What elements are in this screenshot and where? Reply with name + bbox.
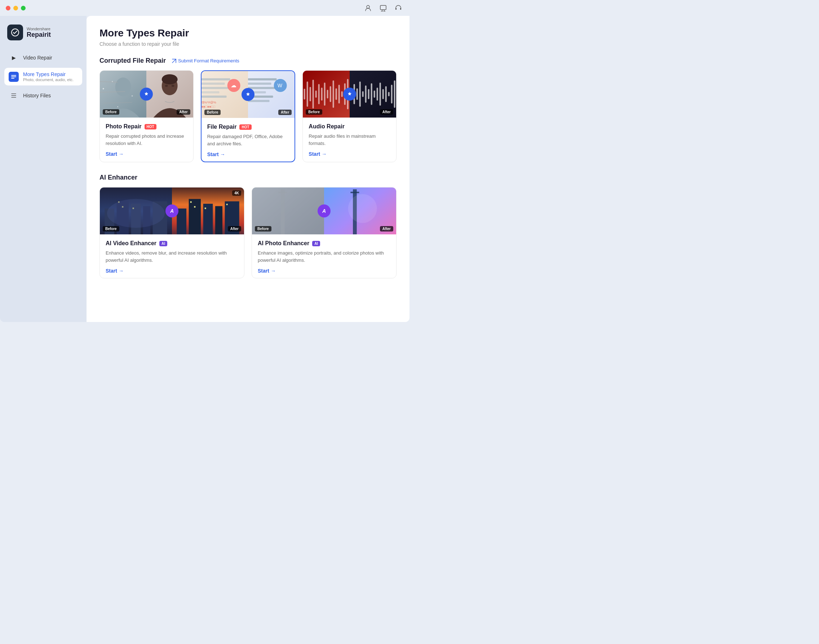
ai-photo-badge-label: AI xyxy=(312,241,320,246)
ai-cards-row: Before xyxy=(100,187,396,278)
audio-repair-title-row: Audio Repair xyxy=(309,123,390,130)
history-icon xyxy=(9,90,19,101)
svg-point-13 xyxy=(117,106,118,107)
file-repair-card[interactable]: !$%*#@% ■■□■■□□ ☁ Before xyxy=(201,70,295,162)
sidebar-item-more-types[interactable]: More Types Repair Photo, document, audio… xyxy=(4,68,82,86)
svg-point-6 xyxy=(115,78,131,96)
file-repair-start[interactable]: Start → xyxy=(207,152,289,157)
ai-photo-title-row: AI Photo Enhancer AI xyxy=(258,240,390,247)
svg-rect-92 xyxy=(190,201,192,202)
audio-repair-card[interactable]: Before xyxy=(302,70,396,162)
svg-rect-102 xyxy=(351,192,359,193)
svg-point-11 xyxy=(112,81,113,82)
audio-before: Before xyxy=(303,71,349,118)
svg-rect-69 xyxy=(379,83,381,106)
svg-rect-53 xyxy=(341,91,343,97)
svg-rect-84 xyxy=(122,206,123,208)
photo-repair-desc: Repair corrupted photos and increase res… xyxy=(106,133,187,147)
svg-text:☁: ☁ xyxy=(230,82,236,88)
ai-video-title: AI Video Enhancer xyxy=(106,240,156,247)
audio-repair-start[interactable]: Start → xyxy=(309,151,390,157)
ai-video-badge: A xyxy=(165,204,178,218)
svg-rect-88 xyxy=(189,199,201,235)
ai-video-image: Before xyxy=(100,187,244,235)
svg-text:■■□■■□□: ■■□■■□□ xyxy=(202,105,215,109)
audio-repair-title: Audio Repair xyxy=(309,123,344,130)
ai-video-after-label: After xyxy=(228,226,241,232)
ai-photo-enhancer-card[interactable]: Before xyxy=(252,187,396,278)
file-repair-body: File Repair HOT Repair damaged PDF, Offi… xyxy=(202,118,295,161)
svg-rect-50 xyxy=(333,80,334,108)
svg-rect-68 xyxy=(377,87,378,101)
titlebar-actions xyxy=(364,4,402,12)
audio-repair-image: Before xyxy=(303,71,396,118)
chat-icon[interactable] xyxy=(379,4,387,12)
corrupted-section-header: Corrupted File Repair Submit Format Requ… xyxy=(100,57,396,64)
svg-rect-2 xyxy=(395,8,396,10)
file-repair-badge xyxy=(242,88,254,101)
ai-photo-after: After xyxy=(324,187,396,235)
audio-before-label: Before xyxy=(306,109,322,115)
submit-format-link[interactable]: Submit Format Requirements xyxy=(171,58,239,63)
photo-repair-title-row: Photo Repair HOT xyxy=(106,123,187,130)
sidebar-item-video-repair-label: Video Repair xyxy=(23,55,52,61)
svg-rect-21 xyxy=(202,83,225,85)
svg-rect-66 xyxy=(370,83,372,105)
maximize-button[interactable] xyxy=(21,6,26,11)
photo-repair-card[interactable]: Before xyxy=(100,70,194,162)
photo-repair-start[interactable]: Start → xyxy=(106,151,187,157)
file-repair-desc: Repair damaged PDF, Office, Adobe and ar… xyxy=(207,133,289,147)
ai-photo-start[interactable]: Start → xyxy=(258,268,390,274)
headset-icon[interactable] xyxy=(394,4,402,12)
file-repair-hot-badge: HOT xyxy=(239,124,251,130)
ai-video-enhancer-card[interactable]: Before xyxy=(100,187,244,278)
file-before: !$%*#@% ■■□■■□□ ☁ Before xyxy=(202,71,248,118)
file-repair-start-label: Start xyxy=(207,152,219,157)
svg-rect-30 xyxy=(248,78,277,80)
file-repair-title-row: File Repair HOT xyxy=(207,124,289,130)
svg-rect-62 xyxy=(359,81,360,107)
svg-rect-41 xyxy=(307,81,308,107)
sidebar-item-video-repair[interactable]: ▶ Video Repair xyxy=(4,49,82,66)
svg-rect-42 xyxy=(310,87,311,101)
photo-before-label: Before xyxy=(103,109,119,115)
account-icon[interactable] xyxy=(364,4,372,12)
svg-point-10 xyxy=(103,88,104,89)
sidebar-item-more-types-label: More Types Repair xyxy=(23,71,73,77)
sidebar-item-more-types-sub: Photo, document, audio, etc. xyxy=(23,78,73,82)
titlebar xyxy=(0,0,409,16)
audio-repair-body: Audio Repair Repair audio files in mains… xyxy=(303,118,396,161)
page-title: More Types Repair xyxy=(100,28,396,39)
minimize-button[interactable] xyxy=(13,6,18,11)
svg-point-12 xyxy=(132,95,133,97)
ai-video-desc: Enhance videos, remove blur, and increas… xyxy=(106,250,238,264)
ai-video-body: AI Video Enhancer AI Enhance videos, rem… xyxy=(100,235,244,278)
audio-after: After xyxy=(350,71,396,118)
ai-photo-before-label: Before xyxy=(255,226,271,232)
file-repair-image: !$%*#@% ■■□■■□□ ☁ Before xyxy=(202,71,295,118)
file-after-label: After xyxy=(278,110,292,115)
svg-rect-93 xyxy=(194,206,195,208)
sidebar-item-history-label: History Files xyxy=(23,93,51,98)
ai-photo-before: Before xyxy=(252,187,324,235)
sidebar-item-history[interactable]: History Files xyxy=(4,87,82,104)
svg-rect-3 xyxy=(400,8,401,10)
ai-video-start[interactable]: Start → xyxy=(106,268,238,274)
ai-video-badge-label: AI xyxy=(159,241,167,246)
svg-rect-24 xyxy=(202,95,227,98)
traffic-lights xyxy=(6,6,26,11)
close-button[interactable] xyxy=(6,6,11,11)
svg-point-16 xyxy=(162,74,178,84)
svg-rect-35 xyxy=(248,100,269,102)
svg-rect-47 xyxy=(324,83,326,106)
svg-point-17 xyxy=(165,85,168,87)
svg-rect-74 xyxy=(393,80,395,108)
photo-repair-hot-badge: HOT xyxy=(145,124,156,129)
ai-photo-title: AI Photo Enhancer xyxy=(258,240,309,247)
file-repair-title: File Repair xyxy=(207,124,237,130)
ai-video-before-label: Before xyxy=(103,226,119,232)
sidebar-item-history-content: History Files xyxy=(23,93,51,98)
svg-rect-71 xyxy=(385,86,386,102)
photo-repair-body: Photo Repair HOT Repair corrupted photos… xyxy=(100,118,193,161)
file-repair-arrow: → xyxy=(220,152,225,157)
